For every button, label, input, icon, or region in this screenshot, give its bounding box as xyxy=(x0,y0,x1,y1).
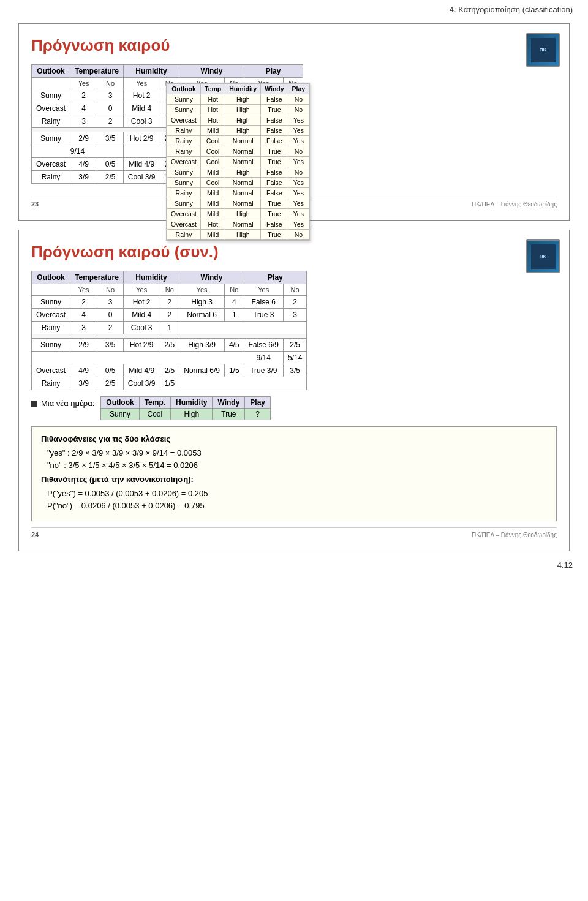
nd-cell-play: ? xyxy=(245,409,271,420)
nd-col-humidity: Humidity xyxy=(171,397,213,409)
cell-yes: High 3 xyxy=(179,296,225,309)
table-row: Sunny 2/9 3/5 Hot 2/9 2/5 High 3/9 4/5 F… xyxy=(32,339,307,352)
page-top-label: 4. Κατηγοριοποίηση (classification) xyxy=(0,0,588,14)
col-outlook-2: Outlook xyxy=(32,271,70,284)
cell-no: 0 xyxy=(97,309,124,322)
list-item: Sunny Cool High True ? xyxy=(101,409,271,420)
cell-hum-yes: Cool 3 xyxy=(123,115,160,128)
cell-no: 1/5 xyxy=(224,364,244,377)
new-day-table-wrapper: Outlook Temp. Humidity Windy Play Sunny … xyxy=(100,396,271,420)
nd-cell-outlook: Sunny xyxy=(101,409,139,420)
cell-yes: Mild 4 xyxy=(123,309,160,322)
cell-yes: Cool 3/9 xyxy=(123,377,160,390)
list-item: RainyMildHighFalseYes xyxy=(167,126,309,136)
cell-no: 2 xyxy=(283,296,306,309)
slide1-title: Πρόγνωση καιρού xyxy=(31,36,557,55)
cell-outlook: Overcast xyxy=(32,102,70,115)
cell-temp-yes: 2 xyxy=(70,89,97,102)
cell-no: 3 xyxy=(97,296,124,309)
cell-no: 1 xyxy=(160,322,179,334)
table-row: Rainy 3 2 Cool 3 1 xyxy=(32,322,307,334)
nd-col-play: Play xyxy=(245,397,271,409)
cell-play-yes: 9/14 xyxy=(32,145,124,158)
cell-temp-yes: 4 xyxy=(70,102,97,115)
list-item: SunnyCoolNormalFalseYes xyxy=(167,178,309,188)
cell-temp-yes: 4/9 xyxy=(70,158,97,171)
logo-badge-2: ΠΚ xyxy=(526,239,560,273)
cell-yes: 3/9 xyxy=(70,377,97,390)
list-item: SunnyMildNormalTrueYes xyxy=(167,198,309,209)
col-humidity-1: Humidity xyxy=(123,65,179,78)
cell-no: 4 xyxy=(224,296,244,309)
new-day-section: Μια νέα ημέρα: Outlook Temp. Humidity Wi… xyxy=(31,396,557,420)
slide1: ΠΚ Πρόγνωση καιρού Outlook Temperature H… xyxy=(18,23,570,221)
cell-temp-yes: 3/9 xyxy=(70,171,97,184)
slide1-footer-author: ΠΚ/ΠΕΛ – Γιάννης Θεοδωρίδης xyxy=(472,201,557,208)
cell-outlook: Sunny xyxy=(32,132,70,145)
cell-play-no: 5/14 xyxy=(283,352,306,364)
sub-temp-no-1: No xyxy=(97,78,124,89)
prob-p-no-text: P("no") = 0.0206 / (0.0053 + 0.0206) = 0… xyxy=(47,501,205,510)
cell-yes: Hot 2/9 xyxy=(123,339,160,352)
nd-cell-humidity: High xyxy=(171,409,213,420)
main-table-2: Outlook Temperature Humidity Windy Play … xyxy=(31,271,307,390)
new-day-label-text: Μια νέα ημέρα: xyxy=(41,399,94,408)
sub-play-no-2: No xyxy=(283,284,306,296)
table-row: Overcast 4/9 0/5 Mild 4/9 2/5 Normal 6/9… xyxy=(32,364,307,377)
nd-col-temp: Temp. xyxy=(139,397,170,409)
col-temperature-1: Temperature xyxy=(70,65,124,78)
cell-outlook: Rainy xyxy=(32,115,70,128)
cell-temp-no: 2/5 xyxy=(97,171,124,184)
cell-outlook: Sunny xyxy=(32,339,70,352)
sub-blank-2 xyxy=(32,284,70,296)
slide2-title: Πρόγνωση καιρού (συν.) xyxy=(31,243,557,262)
prob-title: Πιθανοφάνειες για τις δύο κλάσεις xyxy=(41,434,547,443)
logo-inner-2: ΠΚ xyxy=(531,244,556,269)
col-outlook-1: Outlook xyxy=(32,65,70,78)
sub-hum-yes-1: Yes xyxy=(123,78,160,89)
nd-cell-windy: True xyxy=(213,409,245,420)
page-bottom-label: 4.12 xyxy=(0,560,588,575)
ov-col-outlook: Outlook xyxy=(167,84,201,94)
col-play-2: Play xyxy=(244,271,307,284)
col-windy-1: Windy xyxy=(179,65,244,78)
col-play-1: Play xyxy=(244,65,303,78)
cell-play-yes: 9/14 xyxy=(244,352,283,364)
cell-hum-yes: Cool 3/9 xyxy=(123,171,160,184)
cell-no: 4/5 xyxy=(224,339,244,352)
sub-temp-yes-2: Yes xyxy=(70,284,97,296)
list-item: RainyMildNormalFalseYes xyxy=(167,188,309,198)
cell-hum-yes: Mild 4/9 xyxy=(123,158,160,171)
nd-col-windy: Windy xyxy=(213,397,245,409)
cell-no: 1 xyxy=(224,309,244,322)
table-row-divider xyxy=(32,334,307,339)
cell-hum-yes: Hot 2 xyxy=(123,89,160,102)
sub-blank-1 xyxy=(32,78,70,89)
overlay-table-container: Outlook Temp Humidity Windy Play SunnyHo… xyxy=(166,83,310,241)
cell-yes: 3 xyxy=(70,322,97,334)
table-row: 9/14 5/14 xyxy=(32,352,307,364)
sub-temp-yes-1: Yes xyxy=(70,78,97,89)
prob-p-yes-text: P("yes") = 0.0053 / (0.0053 + 0.0206) = … xyxy=(47,489,208,498)
table-row: Sunny 2 3 Hot 2 2 High 3 4 False 6 2 xyxy=(32,296,307,309)
cell-yes: 2 xyxy=(70,296,97,309)
sub-hum-no-2: No xyxy=(160,284,179,296)
cell-no: 3/5 xyxy=(283,364,306,377)
cell-yes: Hot 2 xyxy=(123,296,160,309)
list-item: OvercastMildHighTrueYes xyxy=(167,209,309,219)
cell-temp-no: 3 xyxy=(97,89,124,102)
list-item: OvercastHotHighFalseYes xyxy=(167,115,309,126)
cell-outlook: Rainy xyxy=(32,171,70,184)
probability-box: Πιθανοφάνειες για τις δύο κλάσεις "yes" … xyxy=(31,426,557,521)
cell-no: 1/5 xyxy=(160,377,179,390)
sub-temp-no-2: No xyxy=(97,284,124,296)
cell-no: 2/5 xyxy=(160,339,179,352)
cell-no: 2 xyxy=(160,296,179,309)
sub-wind-yes-2: Yes xyxy=(179,284,225,296)
list-item: SunnyHotHighFalseNo xyxy=(167,94,309,105)
new-day-table: Outlook Temp. Humidity Windy Play Sunny … xyxy=(100,396,271,420)
cell-yes: False 6 xyxy=(244,296,283,309)
bullet-label: Μια νέα ημέρα: xyxy=(31,396,94,408)
list-item: RainyCoolNormalTrueNo xyxy=(167,146,309,157)
ov-col-humidity: Humidity xyxy=(225,84,261,94)
